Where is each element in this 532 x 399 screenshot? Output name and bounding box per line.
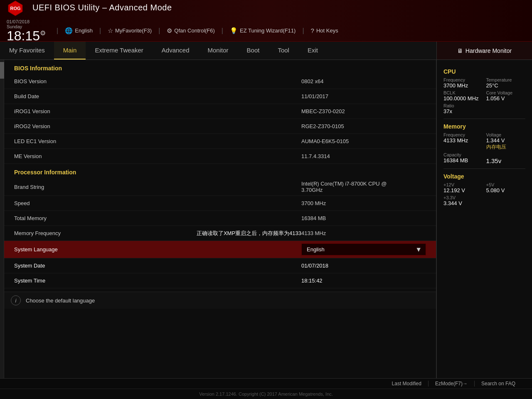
tab-extreme-tweaker[interactable]: Extreme Tweaker — [86, 42, 152, 59]
hw-mem-cap-value: 16384 MB — [443, 157, 483, 164]
hw-v12-value: 12.192 V — [443, 187, 483, 193]
total-memory-row: Total Memory 16384 MB — [4, 211, 436, 226]
header: ROG UEFI BIOS Utility – Advanced Mode 01… — [0, 0, 532, 42]
speed-label: Speed — [14, 200, 301, 206]
tab-main[interactable]: Main — [54, 42, 86, 59]
nav-bar: My Favorites Main Extreme Tweaker Advanc… — [0, 42, 532, 60]
tab-tool[interactable]: Tool — [268, 42, 298, 59]
tab-boot[interactable]: Boot — [238, 42, 269, 59]
app-title: UEFI BIOS Utility – Advanced Mode — [32, 3, 172, 12]
hw-cpu-bclk-label: BCLK — [443, 90, 483, 95]
tab-monitor[interactable]: Monitor — [199, 42, 238, 59]
hw-cpu-corevolt-label: Core Voltage — [486, 90, 526, 95]
total-memory-value: 16384 MB — [301, 215, 426, 221]
hw-cpu-ratio-label: Ratio — [443, 103, 483, 108]
monitor-icon: 🖥 — [457, 47, 463, 54]
build-date-label: Build Date — [14, 93, 301, 99]
info-hint-bar: i Choose the default language — [4, 292, 436, 309]
info-hint-text: Choose the default language — [26, 297, 95, 304]
hw-v33-label: +3.3V — [443, 195, 483, 200]
hw-memory-grid: Frequency 4133 MHz Voltage 1.344 V 内存电压 … — [443, 132, 525, 164]
hw-divider-2 — [443, 169, 525, 169]
hardware-monitor-nav: 🖥 Hardware Monitor — [436, 42, 532, 59]
hw-voltage-grid: +12V 12.192 V +5V 5.080 V +3.3V 3.344 V — [443, 182, 525, 206]
brand-string-row: Brand String Intel(R) Core(TM) i7-8700K … — [4, 178, 436, 196]
hw-mem-volt-chinese: 内存电压 — [486, 144, 526, 151]
question-icon: ? — [311, 27, 314, 34]
nav-tabs: My Favorites Main Extreme Tweaker Advanc… — [0, 42, 436, 59]
hw-cpu-ratio-value: 37x — [443, 108, 483, 114]
hw-v5-value: 5.080 V — [486, 187, 526, 193]
hw-mem-freq-value: 4133 MHz — [443, 137, 483, 144]
time-text: 18:15 — [7, 29, 40, 42]
system-language-label: System Language — [14, 246, 301, 253]
bios-info-section-header: BIOS Information — [4, 60, 436, 74]
brand-string-label: Brand String — [14, 184, 301, 190]
language-select[interactable]: English Chinese Japanese German French — [301, 243, 426, 255]
date-text: 01/07/2018 Sunday — [7, 19, 46, 29]
wizard-icon: 💡 — [230, 27, 238, 35]
ez-mode-link[interactable]: EzMode(F7)→ — [429, 381, 475, 387]
speed-row: Speed 3700 MHz — [4, 196, 436, 211]
system-time-label: System Time — [14, 278, 301, 284]
tab-exit[interactable]: Exit — [298, 42, 327, 59]
hotkeys-button[interactable]: ? Hot Keys — [308, 26, 341, 35]
hw-cpu-temp-value: 25°C — [486, 82, 526, 89]
footer-links: Last Modified EzMode(F7)→ Search on FAQ — [0, 379, 532, 389]
hw-mem-cap-volt: 1.35v — [486, 157, 526, 164]
hw-mem-volt-value: 1.344 V — [486, 137, 526, 144]
settings-gear-icon[interactable]: ⚙ — [40, 29, 46, 37]
memory-frequency-label: Memory Frequency — [14, 230, 193, 236]
hw-cpu-title: CPU — [443, 68, 525, 75]
hw-mem-freq-label: Frequency — [443, 132, 483, 137]
me-version-row: ME Version 11.7.4.3314 — [4, 149, 436, 164]
bios-version-row: BIOS Version 0802 x64 — [4, 74, 436, 89]
system-time-row[interactable]: System Time 18:15:42 — [4, 273, 436, 288]
language-button[interactable]: 🌐 English — [62, 26, 95, 35]
hw-cpu-freq-label: Frequency — [443, 77, 483, 82]
memory-frequency-tooltip: 正确读取了XMP重启之后，内存频率为4133 — [197, 230, 301, 237]
processor-info-section-header: Processor Information — [4, 164, 436, 178]
memory-frequency-row: Memory Frequency 正确读取了XMP重启之后，内存频率为4133 … — [4, 226, 436, 241]
system-date-row[interactable]: System Date 01/07/2018 — [4, 258, 436, 273]
led-ec1-value: AUMA0-E6K5-0105 — [301, 138, 426, 144]
memory-frequency-value: 4133 MHz — [301, 230, 426, 236]
hw-cpu-freq-value: 3700 MHz — [443, 82, 483, 89]
qfan-button[interactable]: ⚙ Qfan Control(F6) — [164, 26, 217, 35]
tab-my-favorites[interactable]: My Favorites — [0, 42, 54, 59]
irog1-label: iROG1 Version — [14, 108, 301, 114]
hw-mem-cap-label: Capacity — [443, 152, 483, 157]
last-modified-link[interactable]: Last Modified — [385, 381, 429, 387]
hw-divider-1 — [443, 119, 525, 119]
search-faq-link[interactable]: Search on FAQ — [475, 381, 522, 387]
hw-cpu-grid: Frequency 3700 MHz Temperature 25°C BCLK… — [443, 77, 525, 114]
system-date-value: 01/07/2018 — [301, 263, 426, 269]
hw-cpu-temp-label: Temperature — [486, 77, 526, 82]
main-container: BIOS Information BIOS Version 0802 x64 B… — [0, 60, 532, 378]
rog-logo-icon: ROG — [7, 0, 24, 17]
hw-v12-label: +12V — [443, 182, 483, 187]
hw-v5-label: +5V — [486, 182, 526, 187]
build-date-value: 11/01/2017 — [301, 93, 426, 99]
irog2-label: iROG2 Version — [14, 123, 301, 129]
me-version-value: 11.7.4.3314 — [301, 153, 426, 159]
datetime-block: 01/07/2018 Sunday 18:15 ⚙ — [7, 19, 46, 42]
footer: Last Modified EzMode(F7)→ Search on FAQ … — [0, 378, 532, 399]
led-ec1-row: LED EC1 Version AUMA0-E6K5-0105 — [4, 134, 436, 149]
system-language-row[interactable]: System Language English Chinese Japanese… — [4, 241, 436, 258]
tab-advanced[interactable]: Advanced — [153, 42, 199, 59]
fan-icon: ⚙ — [167, 27, 172, 35]
star-icon: ☆ — [108, 27, 113, 35]
myfavorite-button[interactable]: ☆ MyFavorite(F3) — [105, 26, 154, 35]
system-date-label: System Date — [14, 263, 301, 269]
svg-text:ROG: ROG — [10, 6, 20, 11]
info-icon: i — [11, 295, 21, 305]
total-memory-label: Total Memory — [14, 215, 301, 221]
system-language-dropdown[interactable]: English Chinese Japanese German French ▼ — [301, 243, 426, 255]
scrollbar-thumb[interactable] — [0, 62, 4, 79]
build-date-row: Build Date 11/01/2017 — [4, 89, 436, 104]
scrollbar[interactable] — [0, 60, 4, 378]
eztuning-button[interactable]: 💡 EZ Tuning Wizard(F11) — [227, 26, 298, 35]
hw-memory-title: Memory — [443, 123, 525, 130]
led-ec1-label: LED EC1 Version — [14, 138, 301, 144]
